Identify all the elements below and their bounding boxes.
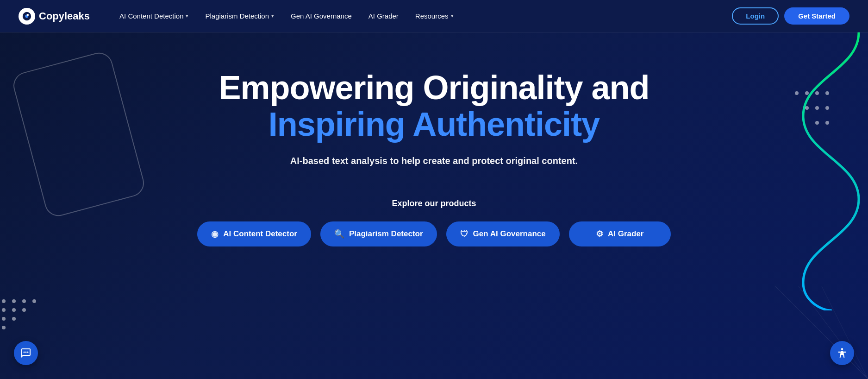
chevron-down-icon: ▾ (186, 13, 188, 19)
logo[interactable]: Copyleaks (19, 8, 90, 25)
shield-icon: 🛡 (460, 229, 468, 239)
dots-right-decoration (793, 88, 831, 128)
accessibility-icon (836, 347, 848, 359)
get-started-button[interactable]: Get Started (784, 7, 849, 25)
chevron-down-icon: ▾ (451, 13, 454, 19)
chat-icon (20, 347, 31, 359)
nav-ai-content-detection[interactable]: AI Content Detection ▾ (113, 8, 195, 24)
nav-actions: Login Get Started (732, 7, 849, 25)
hero-section: Empowering Originality and Inspiring Aut… (0, 32, 868, 379)
svg-point-7 (27, 352, 29, 353)
product-card-ai-grader[interactable]: ⚙ AI Grader (569, 221, 671, 246)
login-button[interactable]: Login (732, 7, 779, 25)
nav-links: AI Content Detection ▾ Plagiarism Detect… (113, 8, 732, 24)
search-icon: 🔍 (334, 229, 344, 239)
brand-name: Copyleaks (39, 10, 90, 22)
svg-line-3 (799, 286, 868, 379)
gear-icon: ⚙ (596, 229, 603, 239)
products-section-title: Explore our products (9, 199, 859, 208)
product-card-plagiarism-detector[interactable]: 🔍 Plagiarism Detector (320, 221, 437, 246)
svg-line-4 (822, 286, 868, 379)
nav-resources[interactable]: Resources ▾ (409, 8, 460, 24)
logo-icon (19, 8, 35, 25)
svg-point-6 (25, 352, 27, 353)
svg-point-8 (841, 348, 843, 350)
nav-ai-grader[interactable]: AI Grader (362, 8, 405, 24)
hero-subtitle: AI-based text analysis to help create an… (219, 156, 649, 166)
eye-icon: ◉ (211, 229, 219, 239)
nav-plagiarism-detection[interactable]: Plagiarism Detection ▾ (199, 8, 281, 24)
product-cards: ◉ AI Content Detector 🔍 Plagiarism Detec… (9, 221, 859, 246)
svg-point-5 (24, 352, 25, 353)
snake-line-decoration (794, 32, 868, 310)
hero-title-line2: Inspiring Authenticity (219, 106, 649, 143)
hero-content: Empowering Originality and Inspiring Aut… (219, 32, 649, 166)
navbar: Copyleaks AI Content Detection ▾ Plagiar… (0, 0, 868, 32)
deco-lines-br (729, 286, 868, 379)
product-card-gen-ai-governance[interactable]: 🛡 Gen AI Governance (446, 221, 560, 246)
product-card-ai-content-detector[interactable]: ◉ AI Content Detector (197, 221, 311, 246)
chevron-down-icon: ▾ (271, 13, 274, 19)
hero-title-line1: Empowering Originality and (219, 69, 649, 106)
dots-left-decoration (0, 296, 38, 333)
svg-line-2 (775, 286, 868, 379)
accessibility-button[interactable] (830, 341, 854, 365)
svg-point-1 (27, 13, 29, 16)
products-section: Explore our products ◉ AI Content Detect… (0, 199, 868, 246)
nav-gen-ai-governance[interactable]: Gen AI Governance (284, 8, 358, 24)
deco-phone (10, 50, 147, 219)
chat-button[interactable] (14, 341, 38, 365)
